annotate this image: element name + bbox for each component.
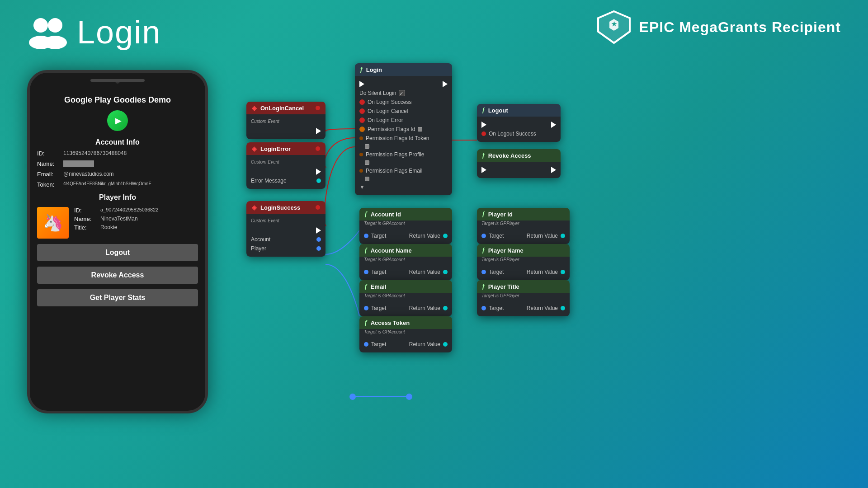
logout-success-pin [481, 131, 486, 136]
login-perm-token-sq-row [355, 143, 452, 150]
logout-exec-out [551, 122, 556, 128]
on-login-cancel-exec-out [316, 128, 321, 134]
name-label: Name: [37, 160, 60, 167]
login-perm-id-label: Permission Flags Id [368, 126, 415, 132]
login-exec-in-row [355, 80, 452, 89]
logout-title: Logout [488, 107, 508, 114]
player-title-subtitle: Target is GPPlayer [477, 293, 570, 300]
login-cancel-row: On Login Cancel [355, 107, 452, 116]
access-token-target-label: Target [371, 341, 386, 347]
player-name-title: Player Name [488, 247, 524, 254]
login-exec-in-pin [359, 81, 364, 87]
account-email-row: Email: @ninevastudios.com [37, 171, 198, 178]
account-name-target-row: Target Return Value [359, 267, 452, 277]
account-name-return-pin [443, 270, 448, 274]
player-id-node: f Player Id Target is GPPlayer Target Re… [477, 208, 570, 244]
access-token-target-row: Target Return Value [359, 340, 452, 349]
player-name-f-icon: f [482, 247, 485, 254]
revoke-access-button[interactable]: Revoke Access [37, 267, 198, 284]
email-target-pin [364, 306, 368, 310]
login-success-exec-row [246, 226, 326, 235]
login-success-label: On Login Success [368, 99, 411, 105]
player-id-header: f Player Id [477, 208, 570, 221]
account-name-subtitle: Target is GPAccount [359, 257, 452, 264]
email-return-label: Return Value [409, 305, 440, 311]
login-error-label: On Login Error [368, 117, 403, 123]
login-perm-id-row: Permission Flags Id [355, 125, 452, 134]
login-perm-profile-pin [359, 153, 363, 156]
player-title-return-label: Return Value [527, 305, 558, 311]
email-target-label: Target [371, 305, 386, 311]
account-id-target-pin [364, 234, 368, 238]
logout-button[interactable]: Logout [37, 244, 198, 261]
blueprint-canvas: f Login Do Silent Login ✓ On Login Succe… [226, 0, 868, 488]
player-id-target-label: Target [489, 233, 504, 239]
login-exec-out-pin [443, 81, 448, 87]
access-token-header: f Access Token [359, 316, 452, 329]
player-id-label: ID: [74, 207, 97, 214]
login-success-subtitle: Custom Event [246, 217, 326, 226]
player-name-return-label: Return Value [527, 269, 558, 275]
account-id-target-label: Target [371, 233, 386, 239]
login-perm-email-sq [365, 177, 369, 181]
revoke-access-node: f Revoke Access [477, 149, 561, 178]
play-button[interactable] [107, 110, 128, 131]
email-header: f Email [359, 280, 452, 293]
player-name-target-row: Target Return Value [477, 267, 570, 277]
revoke-f-icon: f [482, 152, 485, 159]
account-name-header: f Account Name [359, 244, 452, 257]
player-name-target-pin [481, 270, 486, 274]
account-id-title: Account Id [371, 211, 401, 218]
email-label: Email: [37, 171, 60, 178]
id-value: 1136952407867304880​48 [63, 150, 127, 157]
login-node-title: Login [366, 66, 382, 73]
svg-point-9 [406, 394, 412, 400]
account-id-row: ID: 1136952407867304880​48 [37, 150, 198, 157]
player-details: ID: a_9072440295825036822 Name: NinevaTe… [74, 207, 158, 231]
id-label: ID: [37, 150, 60, 157]
email-title: Email [371, 283, 387, 290]
player-name-target-label: Target [489, 269, 504, 275]
account-name-node: f Account Name Target is GPAccount Targe… [359, 244, 452, 280]
player-info-title: Player Info [37, 193, 198, 202]
player-id-return-pin [561, 234, 565, 238]
on-login-cancel-red-pin [316, 106, 320, 110]
account-name-row: Name: ████████ [37, 160, 198, 167]
login-error-subtitle: Custom Event [246, 159, 326, 167]
player-title-target-pin [481, 306, 486, 310]
account-id-node: f Account Id Target is GPAccount Target … [359, 208, 452, 244]
login-error-exec-out [316, 169, 321, 175]
login-dropdown-arrow: ▼ [359, 184, 365, 190]
player-title-target-row: Target Return Value [477, 304, 570, 313]
login-node-body: Do Silent Login ✓ On Login Success On Lo… [355, 76, 452, 195]
users-icon [27, 15, 68, 49]
player-name-return-pin [561, 270, 565, 274]
login-success-header: ◈ LoginSuccess [246, 201, 326, 214]
player-title-header: f Player Title [477, 280, 570, 293]
login-perm-email-sq-row [355, 175, 452, 183]
email-node: f Email Target is GPAccount Target Retur… [359, 280, 452, 316]
get-player-stats-button[interactable]: Get Player Stats [37, 289, 198, 306]
logout-node: f Logout On Logout Success [477, 104, 561, 142]
player-title-return-pin [561, 306, 565, 310]
player-id-return-label: Return Value [527, 233, 558, 239]
account-id-return-pin [443, 234, 448, 238]
login-success-player-row: Player [246, 244, 326, 253]
email-subtitle: Target is GPAccount [359, 293, 452, 300]
player-avatar: 🦄 [37, 207, 69, 239]
player-name-value: NinevaTestMan [100, 216, 138, 222]
account-name-target-label: Target [371, 269, 386, 275]
logout-f-icon: f [482, 107, 485, 114]
login-success-node: ◈ LoginSuccess Custom Event Account Play… [246, 201, 326, 257]
login-silent-checkbox[interactable]: ✓ [399, 90, 405, 96]
player-title-node: f Player Title Target is GPPlayer Target… [477, 280, 570, 316]
login-success-title: LoginSuccess [260, 204, 300, 211]
account-id-header: f Account Id [359, 208, 452, 221]
login-error-msg-pin [316, 178, 321, 183]
player-title-f-icon: f [482, 283, 485, 290]
svg-point-3 [43, 36, 67, 49]
login-error-msg-row: Error Message [246, 176, 326, 185]
on-login-cancel-subtitle: Custom Event [246, 118, 326, 127]
login-node: f Login Do Silent Login ✓ On Login Succe… [355, 63, 452, 195]
login-error-row: On Login Error [355, 116, 452, 125]
